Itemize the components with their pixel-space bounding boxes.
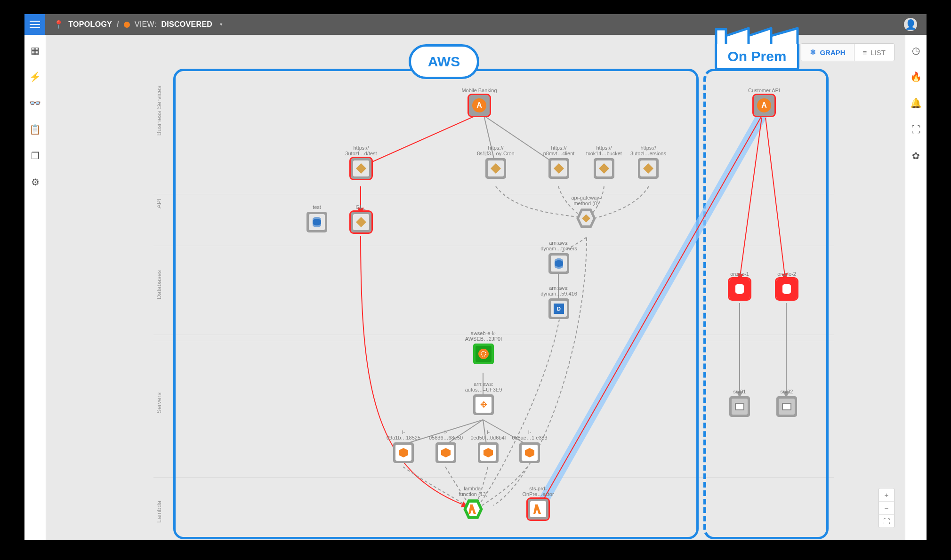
database-icon xyxy=(729,279,750,299)
node-label: api-gateway- method (8) xyxy=(565,195,607,206)
node-label: i- 05636…68e50 xyxy=(425,429,467,440)
node-endpoint-bucket[interactable]: https:// txok14…bucket xyxy=(583,145,625,179)
node-dynamo-2[interactable]: arn:aws: dynam…59.416 D xyxy=(538,285,580,319)
lambda-icon xyxy=(528,499,548,520)
node-label: https:// p8mvt…client xyxy=(538,145,580,156)
node-label: arn:aws: dynam…tomers xyxy=(538,240,580,251)
grid-icon[interactable]: ▦ xyxy=(30,45,40,56)
node-label: arn:aws: dynam…59.416 xyxy=(538,285,580,296)
node-label: oracle-1 xyxy=(718,265,761,277)
node-endpoint-cron[interactable]: https:// 8s1jf3…oy-Cron xyxy=(475,145,517,179)
database-icon xyxy=(776,279,797,299)
view-label: VIEW: xyxy=(135,20,157,29)
node-mobile-banking[interactable]: Mobile Banking A xyxy=(458,82,500,116)
view-toggle-graph[interactable]: ⚛GRAPH xyxy=(801,44,854,61)
ec2-icon xyxy=(478,442,499,463)
database-icon xyxy=(548,253,569,274)
node-api-gl[interactable]: GL_l xyxy=(340,199,382,232)
graph-icon: ⚛ xyxy=(810,48,816,56)
node-ec2-c[interactable]: i- 0ed50…0d6b4f xyxy=(467,429,509,463)
view-toggle: ⚛GRAPH ≡LIST xyxy=(801,43,895,61)
node-label: https:// 8s1jf3…oy-Cron xyxy=(475,145,517,156)
node-customer-api[interactable]: Customer API A xyxy=(743,82,785,116)
aws-region-header: AWS xyxy=(409,44,479,79)
breadcrumb-topology[interactable]: TOPOLOGY xyxy=(68,20,112,29)
onprem-region-label: On Prem xyxy=(727,48,786,64)
gear-icon[interactable]: ⚙ xyxy=(30,177,40,187)
view-toggle-list-label: LIST xyxy=(870,48,886,56)
ec2-icon xyxy=(435,442,456,463)
node-lambda-connector[interactable]: sts-prd- OnPre…ector xyxy=(517,486,559,520)
glasses-icon[interactable]: 👓 xyxy=(30,98,40,108)
node-label: lambda- function (13) xyxy=(452,486,494,497)
node-label: awseb-e-k- AWSEB…2JP0I xyxy=(462,330,505,342)
view-toggle-list[interactable]: ≡LIST xyxy=(854,44,894,61)
node-oracle-2[interactable]: oracle-2 xyxy=(766,265,808,299)
clipboard-icon[interactable]: 📋 xyxy=(30,124,40,135)
window-icon[interactable]: ❐ xyxy=(30,151,40,161)
node-srv02[interactable]: srv02 xyxy=(766,383,808,417)
chevron-down-icon[interactable]: ▼ xyxy=(219,22,223,27)
location-pin-icon: 📍 xyxy=(54,20,64,30)
view-status-dot-icon xyxy=(124,22,130,28)
aws-region-box xyxy=(173,69,699,539)
breadcrumb-separator: / xyxy=(117,20,119,29)
node-api-gateway-group[interactable]: api-gateway- method (8) xyxy=(565,195,607,229)
dynamodb-icon: D xyxy=(548,298,569,319)
puzzle-icon[interactable]: ✿ xyxy=(911,151,921,161)
node-dynamo-1[interactable]: arn:aws: dynam…tomers xyxy=(538,240,580,274)
node-endpoint-client[interactable]: https:// p8mvt…client xyxy=(538,145,580,179)
node-ec2-d[interactable]: i- 058ae…1fe383 xyxy=(508,429,551,463)
api-gateway-icon xyxy=(351,158,371,179)
node-label: Customer API xyxy=(743,82,785,93)
factory-icon: On Prem xyxy=(715,44,799,71)
node-elb[interactable]: awseb-e-k- AWSEB…2JP0I xyxy=(462,330,505,364)
hamburger-menu[interactable] xyxy=(24,14,45,35)
node-asg[interactable]: arn:aws: autos…=UF3E9 ✥ xyxy=(462,381,505,415)
app-icon: A xyxy=(754,95,774,116)
view-value[interactable]: DISCOVERED xyxy=(161,20,212,29)
api-gateway-icon xyxy=(351,212,371,232)
node-ec2-a[interactable]: i- 09a1b…18525 xyxy=(382,429,425,463)
node-ec2-b[interactable]: i- 05636…68e50 xyxy=(425,429,467,463)
zoom-in-button[interactable]: + xyxy=(879,488,894,501)
node-label: arn:aws: autos…=UF3E9 xyxy=(462,381,505,392)
api-gateway-group-icon xyxy=(576,208,596,229)
list-icon: ≡ xyxy=(863,48,867,56)
aws-region-label: AWS xyxy=(428,54,460,70)
topology-canvas[interactable]: ⚛GRAPH ≡LIST + − ⛶ Business Services API… xyxy=(46,35,905,540)
bell-icon[interactable]: 🔔 xyxy=(911,98,921,108)
flame-icon[interactable]: 🔥 xyxy=(911,72,921,82)
node-srv01[interactable]: srv01 xyxy=(718,383,761,417)
cloud-icon: AWS xyxy=(409,44,479,79)
node-label: srv01 xyxy=(718,383,761,394)
api-gateway-icon xyxy=(638,158,659,179)
ec2-icon xyxy=(519,442,540,463)
node-lambda-group[interactable]: lambda- function (13) xyxy=(452,486,494,520)
ec2-icon xyxy=(393,442,414,463)
user-avatar-icon[interactable]: 👤 xyxy=(904,18,917,31)
node-endpoint-test[interactable]: https:// 3utozl…d/test xyxy=(340,145,382,179)
expand-icon[interactable]: ⛶ xyxy=(911,124,921,135)
globe-icon[interactable]: ◷ xyxy=(911,45,921,56)
server-icon xyxy=(729,396,750,417)
right-rail: ◷ 🔥 🔔 ⛶ ✿ xyxy=(905,35,927,540)
node-label: GL_l xyxy=(340,199,382,210)
node-label: Mobile Banking xyxy=(458,82,500,93)
server-icon xyxy=(776,396,797,417)
node-api-test[interactable]: test xyxy=(296,199,338,232)
node-label: https:// txok14…bucket xyxy=(583,145,625,156)
zoom-out-button[interactable]: − xyxy=(879,501,894,514)
node-label: https:// 3utozl…d/test xyxy=(340,145,382,156)
hamburger-icon xyxy=(30,24,40,25)
node-label: i- 0ed50…0d6b4f xyxy=(467,429,509,440)
band-label-lambda: Lambda xyxy=(155,501,162,523)
left-rail: ▦ ⚡ 👓 📋 ❐ ⚙ xyxy=(24,35,46,540)
api-gateway-icon xyxy=(485,158,506,179)
node-endpoint-ersions[interactable]: https:// 3utozl…ersions xyxy=(627,145,669,179)
autoscaling-icon: ✥ xyxy=(473,394,494,415)
bolt-icon[interactable]: ⚡ xyxy=(30,72,40,82)
zoom-fit-button[interactable]: ⛶ xyxy=(879,514,894,528)
node-oracle-1[interactable]: oracle-1 xyxy=(718,265,761,299)
band-label-databases: Databases xyxy=(155,270,162,299)
